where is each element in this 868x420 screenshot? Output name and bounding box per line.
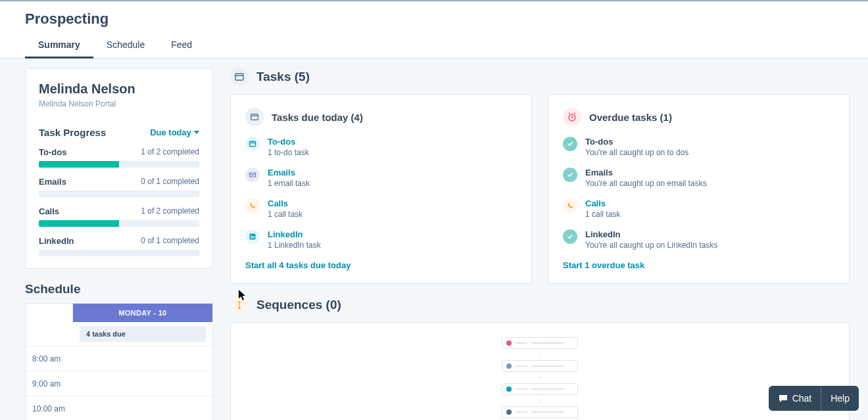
progress-status: 1 of 2 completed — [141, 206, 199, 216]
phone-icon — [563, 198, 577, 213]
svg-line-12 — [569, 113, 570, 114]
task-item: To-dosYou're all caught up on to dos — [563, 137, 834, 157]
svg-rect-0 — [235, 74, 243, 80]
schedule-gutter — [26, 304, 73, 322]
chat-button[interactable]: Chat — [769, 386, 822, 411]
overdue-tasks-title: Overdue tasks (1) — [589, 112, 672, 123]
tab-schedule[interactable]: Schedule — [93, 33, 158, 58]
chat-label: Chat — [792, 393, 812, 404]
task-item-name[interactable]: Calls — [268, 198, 302, 208]
calendar-icon — [245, 108, 264, 126]
check-icon — [563, 168, 577, 182]
schedule-box: MONDAY - 10 4 tasks due 8:00 am 9:00 am … — [25, 303, 213, 420]
svg-rect-2 — [251, 114, 258, 120]
tab-feed[interactable]: Feed — [158, 33, 205, 58]
task-item-sub: You're all caught up on email tasks — [585, 179, 707, 188]
tasks-due-today-pane: Tasks due today (4) To-dos1 to-do taskEm… — [230, 94, 532, 284]
help-button[interactable]: Help — [821, 393, 859, 404]
progress-row-emails: Emails0 of 1 completed — [39, 177, 199, 197]
svg-point-14 — [238, 301, 241, 304]
task-item: To-dos1 to-do task — [245, 137, 517, 157]
progress-row-todos: To-dos1 of 2 completed — [39, 147, 199, 168]
svg-line-13 — [574, 113, 575, 114]
linkedin-icon: in — [245, 229, 260, 244]
schedule-time: 8:00 am — [26, 346, 73, 371]
tasks-icon — [230, 68, 249, 86]
progress-status: 1 of 2 completed — [141, 147, 199, 157]
schedule-day-header[interactable]: MONDAY - 10 — [73, 304, 212, 322]
sequences-icon — [230, 296, 249, 314]
chevron-down-icon — [194, 131, 199, 134]
task-item: EmailsYou're all caught up on email task… — [563, 168, 834, 188]
progress-fill — [39, 220, 119, 227]
task-item: Calls1 call task — [245, 198, 517, 219]
progress-row-calls: Calls1 of 2 completed — [39, 206, 199, 227]
progress-fill — [39, 161, 119, 168]
user-portal: Melinda Nelson Portal — [39, 99, 199, 108]
task-item-name[interactable]: Calls — [585, 198, 620, 208]
tabs: Summary Schedule Feed — [0, 33, 868, 58]
task-item: LinkedInYou're all caught up on LinkedIn… — [563, 229, 834, 250]
check-icon — [563, 229, 577, 244]
task-item-name[interactable]: Emails — [268, 168, 310, 177]
task-item-name: To-dos — [585, 137, 688, 147]
task-item: Emails1 email task — [245, 168, 517, 188]
progress-label: To-dos — [39, 147, 66, 157]
todo-icon — [245, 137, 260, 151]
svg-rect-4 — [250, 141, 256, 147]
task-item-name: LinkedIn — [585, 229, 717, 239]
task-item-sub: 1 to-do task — [268, 148, 309, 157]
task-item-name[interactable]: To-dos — [268, 137, 309, 147]
overdue-tasks-pane: Overdue tasks (1) To-dosYou're all caugh… — [548, 94, 850, 284]
task-item-sub: You're all caught up on LinkedIn tasks — [585, 241, 717, 250]
progress-label: LinkedIn — [39, 236, 74, 246]
svg-text:in: in — [251, 235, 254, 239]
start-all-due-today-link[interactable]: Start all 4 tasks due today — [245, 260, 517, 270]
svg-rect-6 — [250, 173, 256, 177]
start-overdue-link[interactable]: Start 1 overdue task — [563, 260, 834, 270]
progress-status: 0 of 1 completed — [141, 177, 199, 187]
schedule-title: Schedule — [25, 282, 213, 296]
due-today-dropdown[interactable]: Due today — [150, 128, 199, 137]
email-icon — [245, 168, 260, 182]
check-icon — [563, 137, 577, 151]
task-item-sub: You're all caught up on to dos — [585, 148, 688, 157]
user-card: Melinda Nelson Melinda Nelson Portal Tas… — [25, 68, 213, 269]
progress-row-linkedin: LinkedIn0 of 1 completed — [39, 236, 199, 256]
progress-label: Calls — [39, 206, 59, 216]
task-item-sub: 1 email task — [268, 179, 310, 188]
user-name: Melinda Nelson — [39, 82, 199, 97]
schedule-time: 10:00 am — [26, 396, 73, 420]
tasks-section-title: Tasks (5) — [256, 70, 310, 84]
task-item: Calls1 call task — [563, 198, 834, 219]
page-title: Prospecting — [0, 1, 868, 33]
chat-help-widget[interactable]: Chat Help — [769, 386, 859, 411]
task-progress-title: Task Progress — [39, 127, 106, 138]
sequences-title: Sequences (0) — [256, 298, 341, 312]
sequences-illustration — [502, 337, 578, 418]
chat-icon — [778, 393, 788, 404]
task-item-name[interactable]: LinkedIn — [268, 229, 321, 239]
task-item-sub: 1 call task — [268, 210, 302, 219]
alarm-icon — [563, 108, 581, 126]
tasks-due-today-title: Tasks due today (4) — [272, 112, 363, 123]
task-item: inLinkedIn1 LinkedIn task — [245, 229, 517, 250]
progress-status: 0 of 1 completed — [141, 236, 199, 246]
tab-summary[interactable]: Summary — [25, 33, 93, 58]
schedule-tasks-due[interactable]: 4 tasks due — [80, 326, 206, 342]
sequences-empty-state — [230, 322, 850, 420]
svg-point-15 — [238, 307, 241, 310]
due-today-label: Due today — [150, 128, 191, 137]
task-item-sub: 1 call task — [585, 210, 620, 219]
schedule-time: 9:00 am — [26, 371, 73, 396]
task-item-sub: 1 LinkedIn task — [268, 241, 321, 250]
progress-label: Emails — [39, 177, 66, 187]
task-item-name: Emails — [585, 168, 707, 177]
phone-icon — [245, 198, 260, 213]
